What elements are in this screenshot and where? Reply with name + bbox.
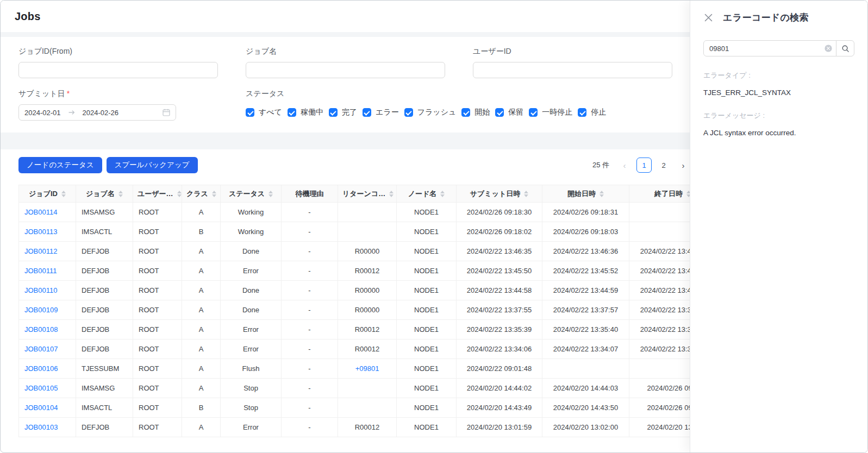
column-label: リターンコ… bbox=[342, 190, 385, 198]
table-cell bbox=[542, 359, 629, 379]
table-cell: Flush bbox=[221, 359, 282, 379]
page-button-2[interactable]: 2 bbox=[656, 158, 671, 173]
table-row: JOB00112DEFJOBROOTADone-R00000NODE12024/… bbox=[19, 242, 716, 261]
table-cell: JOB00109 bbox=[19, 300, 76, 320]
job-id-link[interactable]: JOB00106 bbox=[24, 364, 58, 373]
job-id-link[interactable]: JOB00111 bbox=[24, 267, 57, 275]
table-cell: NODE1 bbox=[397, 320, 457, 339]
table-cell: NODE1 bbox=[397, 379, 457, 398]
job-id-link[interactable]: JOB00109 bbox=[24, 306, 58, 314]
table-cell: JOB00113 bbox=[19, 222, 76, 242]
table-row: JOB00104IMSACTLROOTBStop-NODE12024/02/20… bbox=[19, 398, 716, 418]
checkbox-icon bbox=[404, 108, 413, 117]
table-cell: 2024/02/22 13:34:06 bbox=[457, 339, 542, 359]
job-id-link[interactable]: JOB00105 bbox=[24, 384, 58, 392]
return-code-link[interactable]: +09801 bbox=[355, 364, 379, 373]
column-header-2[interactable]: ジョブ名 bbox=[76, 185, 133, 203]
checkbox-label: 一時停止 bbox=[542, 108, 572, 117]
status-checkbox-2[interactable]: 稼働中 bbox=[288, 108, 323, 117]
table-cell: JOB00111 bbox=[19, 261, 76, 281]
sort-icon bbox=[118, 191, 123, 197]
status-checkbox-4[interactable]: エラー bbox=[363, 108, 399, 117]
table-cell: R00012 bbox=[338, 418, 397, 437]
table-cell: Error bbox=[221, 418, 282, 437]
checkbox-icon bbox=[529, 108, 538, 117]
table-cell: 2024/02/20 13:02:00 bbox=[542, 418, 629, 437]
table-row: JOB00103DEFJOBROOTAError-R00012NODE12024… bbox=[19, 418, 716, 437]
sort-icon bbox=[524, 191, 528, 197]
page-button-1[interactable]: 1 bbox=[636, 158, 652, 173]
status-checkbox-1[interactable]: すべて bbox=[246, 108, 282, 117]
column-header-3[interactable]: ユーザー… bbox=[133, 185, 182, 203]
pagination-pages: 12 bbox=[636, 158, 671, 173]
status-checkbox-6[interactable]: 開始 bbox=[461, 108, 490, 117]
column-header-8[interactable]: ノード名 bbox=[397, 185, 457, 203]
calendar-icon bbox=[163, 109, 170, 116]
table-row: JOB00106TJESSUBMROOTAFlush-+09801NODE120… bbox=[19, 359, 716, 379]
table-cell: R00012 bbox=[338, 339, 397, 359]
status-checkbox-3[interactable]: 完了 bbox=[329, 108, 357, 117]
spool-backup-button[interactable]: スプールバックアップ bbox=[107, 157, 198, 173]
prev-page-button[interactable]: ‹ bbox=[617, 158, 632, 173]
checkbox-icon bbox=[495, 108, 504, 117]
table-cell: R00012 bbox=[338, 320, 397, 339]
table-cell: JOB00110 bbox=[19, 281, 76, 300]
close-icon[interactable] bbox=[703, 12, 714, 23]
column-header-1[interactable]: ジョブID bbox=[19, 185, 76, 203]
job-id-link[interactable]: JOB00107 bbox=[24, 345, 58, 353]
column-header-7[interactable]: リターンコ… bbox=[338, 185, 397, 203]
column-header-10[interactable]: 開始日時 bbox=[542, 185, 629, 203]
job-id-link[interactable]: JOB00114 bbox=[24, 208, 57, 216]
job-id-link[interactable]: JOB00110 bbox=[24, 286, 57, 294]
column-header-9[interactable]: サブミット日時 bbox=[457, 185, 542, 203]
clear-icon[interactable] bbox=[825, 45, 832, 52]
job-id-link[interactable]: JOB00108 bbox=[24, 325, 58, 334]
search-button[interactable] bbox=[836, 40, 854, 56]
status-checkbox-9[interactable]: 停止 bbox=[578, 108, 606, 117]
table-cell: ROOT bbox=[133, 222, 182, 242]
node-status-button[interactable]: ノードのステータス bbox=[18, 157, 102, 173]
job-id-link[interactable]: JOB00104 bbox=[24, 404, 58, 412]
table-cell: - bbox=[282, 359, 338, 379]
table-cell: 2024/02/20 14:43:49 bbox=[457, 398, 542, 418]
user-id-input[interactable] bbox=[473, 62, 672, 78]
job-id-link[interactable]: JOB00103 bbox=[24, 423, 58, 431]
table-cell: DEFJOB bbox=[76, 281, 133, 300]
job-id-link[interactable]: JOB00112 bbox=[24, 247, 57, 255]
status-checkbox-7[interactable]: 保留 bbox=[495, 108, 523, 117]
status-checkbox-8[interactable]: 一時停止 bbox=[529, 108, 572, 117]
next-page-button[interactable]: › bbox=[676, 158, 691, 173]
table-cell: 2024/02/22 13:44:59 bbox=[542, 281, 629, 300]
table-cell: 2024/02/22 13:37:55 bbox=[457, 300, 542, 320]
table-cell: A bbox=[182, 320, 221, 339]
status-checkbox-5[interactable]: フラッシュ bbox=[404, 108, 457, 117]
table-cell: - bbox=[282, 261, 338, 281]
table-cell: - bbox=[282, 398, 338, 418]
error-code-input[interactable] bbox=[703, 40, 836, 56]
job-id-from-input[interactable] bbox=[18, 62, 218, 78]
checkbox-icon bbox=[578, 108, 586, 117]
table-cell: 2024/02/22 13:34:07 bbox=[542, 339, 629, 359]
table-cell: ROOT bbox=[133, 281, 182, 300]
table-cell: Stop bbox=[221, 379, 282, 398]
column-header-6: 待機理由 bbox=[282, 185, 338, 203]
job-name-input[interactable] bbox=[246, 62, 445, 78]
table-row: JOB00105IMSAMSGROOTAStop-NODE12024/02/20… bbox=[19, 379, 716, 398]
total-count: 25 件 bbox=[592, 160, 609, 170]
job-id-link[interactable]: JOB00113 bbox=[24, 228, 57, 236]
column-label: 待機理由 bbox=[296, 190, 324, 198]
table-cell: A bbox=[182, 418, 221, 437]
column-header-4[interactable]: クラス bbox=[182, 185, 221, 203]
table-cell: NODE1 bbox=[397, 398, 457, 418]
table-cell: ROOT bbox=[133, 203, 182, 222]
table-cell: 2024/02/20 14:44:02 bbox=[457, 379, 542, 398]
submit-date-range-picker[interactable]: 2024-02-01 2024-02-26 bbox=[18, 104, 176, 121]
table-cell: A bbox=[182, 359, 221, 379]
table-cell: NODE1 bbox=[397, 242, 457, 261]
table-cell: 2024/02/20 14:43:50 bbox=[542, 398, 629, 418]
table-cell: ROOT bbox=[133, 359, 182, 379]
column-header-5[interactable]: ステータス bbox=[221, 185, 282, 203]
table-cell: 2024/02/22 13:44:58 bbox=[457, 281, 542, 300]
job-id-from-label: ジョブID(From) bbox=[18, 47, 218, 58]
checkbox-label: 開始 bbox=[474, 108, 490, 117]
